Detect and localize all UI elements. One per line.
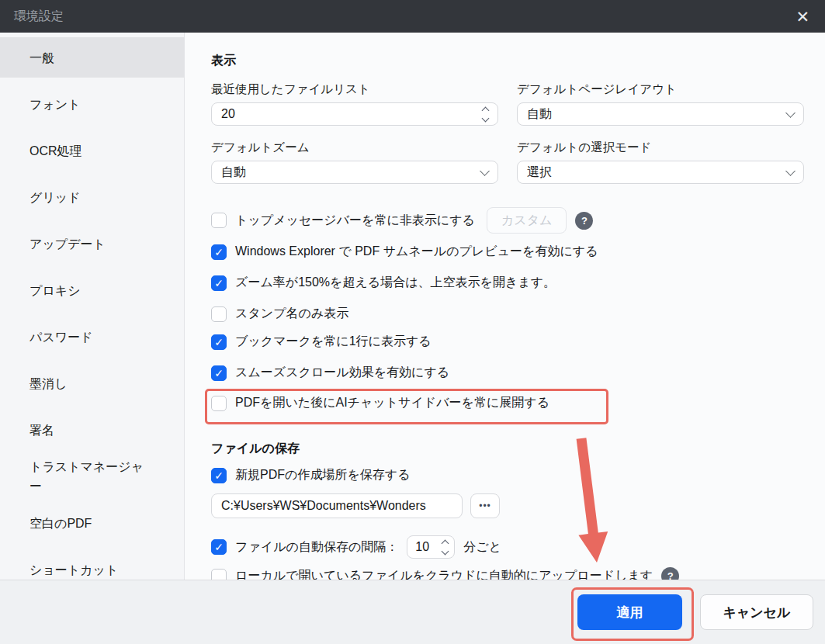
chevron-down-icon: [785, 166, 796, 176]
sidebar-item-grid[interactable]: グリッド: [0, 177, 184, 217]
cloud-upload-row: ✓ ローカルで開いているファイルをクラウドに自動的にアップロードします ?: [211, 567, 816, 580]
check-icon: ✓: [214, 337, 224, 348]
help-icon[interactable]: ?: [575, 212, 593, 230]
checkbox[interactable]: ✓: [211, 396, 227, 411]
ai-chat-sidebar-row: ✓ PDFを開いた後にAIチャットサイドバーを常に展開する: [211, 395, 549, 411]
checkbox-label: スタンプ名のみ表示: [235, 306, 348, 322]
file-save-section-heading: ファイルの保存: [211, 441, 300, 457]
recent-files-input[interactable]: 20: [211, 102, 498, 126]
sidebar-item-proxy[interactable]: プロキシ: [0, 270, 184, 310]
sidebar-item-ocr[interactable]: OCR処理: [0, 130, 184, 171]
close-icon[interactable]: ✕: [791, 7, 814, 26]
annotation-arrow: [569, 432, 615, 580]
footer: 適用 キャンセル: [0, 580, 825, 644]
selection-mode-label: デフォルトの選択モード: [517, 140, 651, 156]
checkbox[interactable]: ✓: [211, 365, 227, 381]
autosave-interval-value: 10: [415, 540, 429, 554]
page-layout-select[interactable]: 自動: [517, 102, 804, 126]
sidebar-item-label: トラストマネージャー: [29, 457, 149, 496]
sidebar-item-update[interactable]: アップデート: [0, 223, 184, 264]
sidebar-item-label: 空白のPDF: [29, 514, 92, 533]
autosave-suffix: 分ごと: [463, 539, 501, 556]
stamp-name-only-row: ✓ スタンプ名のみ表示: [211, 306, 348, 322]
checkbox[interactable]: ✓: [211, 468, 227, 483]
sidebar-item-label: プロキシ: [29, 281, 81, 300]
checkbox[interactable]: ✓: [211, 539, 227, 555]
save-path-row: C:¥Users¥WS¥Documents¥Wonders •••: [211, 493, 500, 518]
save-location-row: ✓ 新規PDFの作成場所を保存する: [211, 467, 411, 483]
sidebar-item-password[interactable]: パスワード: [0, 317, 184, 357]
chevron-down-icon[interactable]: [442, 547, 449, 555]
checkbox[interactable]: ✓: [211, 244, 227, 260]
selection-mode-value: 選択: [527, 164, 552, 181]
sidebar-item-label: フォント: [29, 95, 81, 114]
sidebar-item-label: グリッド: [29, 188, 81, 207]
smooth-scroll-row: ✓ スムーズスクロール効果を有効にする: [211, 365, 449, 381]
sidebar-item-label: 墨消し: [29, 374, 67, 393]
save-path-input[interactable]: C:¥Users¥WS¥Documents¥Wonders: [211, 493, 463, 518]
hide-top-message-bar-row: ✓ トップメッセージバーを常に非表示にする カスタム ?: [211, 206, 593, 234]
selection-mode-select[interactable]: 選択: [517, 161, 804, 184]
sidebar-item-font[interactable]: フォント: [0, 84, 184, 124]
checkbox-label: 新規PDFの作成場所を保存する: [235, 467, 411, 483]
page-layout-value: 自動: [527, 106, 552, 123]
sidebar: 一般 フォント OCR処理 グリッド アップデート プロキシ パスワード 墨消し…: [0, 33, 185, 580]
check-icon: ✓: [214, 542, 224, 552]
checkbox[interactable]: ✓: [211, 275, 227, 291]
custom-button[interactable]: カスタム: [487, 207, 567, 234]
bookmark-single-line-row: ✓ ブックマークを常に1行に表示する: [211, 334, 432, 350]
check-icon: ✓: [214, 368, 224, 379]
sidebar-item-label: OCR処理: [29, 141, 82, 161]
sidebar-item-label: ショートカット: [29, 560, 118, 580]
recent-files-label: 最近使用したファイルリスト: [211, 81, 370, 98]
checkbox-label: PDFを開いた後にAIチャットサイドバーを常に展開する: [235, 395, 549, 411]
explorer-thumbnail-row: ✓ Windows Explorer で PDF サムネールのプレビューを有効に…: [211, 244, 598, 260]
cancel-button[interactable]: キャンセル: [700, 594, 813, 630]
sidebar-item-label: 一般: [29, 48, 54, 68]
sidebar-item-shortcut[interactable]: ショートカット: [0, 549, 184, 580]
checkbox-label: ファイルの自動保存の間隔：: [235, 539, 398, 556]
default-zoom-label: デフォルトズーム: [211, 140, 310, 156]
check-icon: ✓: [214, 470, 224, 481]
sidebar-item-label: パスワード: [29, 327, 93, 347]
check-icon: ✓: [214, 278, 224, 289]
checkbox-label: Windows Explorer で PDF サムネールのプレビューを有効にする: [235, 244, 598, 260]
sidebar-item-trust-manager[interactable]: トラストマネージャー: [0, 456, 184, 497]
checkbox-label: ズーム率が150%を超える場合は、上空表示を開きます。: [235, 275, 556, 291]
save-path-value: C:¥Users¥WS¥Documents¥Wonders: [221, 499, 426, 513]
stepper-icons[interactable]: [442, 539, 448, 556]
chevron-down-icon: [785, 108, 796, 118]
default-zoom-select[interactable]: 自動: [211, 161, 498, 184]
sidebar-item-label: アップデート: [29, 234, 106, 254]
dialog-title: 環境設定: [14, 9, 64, 25]
sidebar-item-signature[interactable]: 署名: [0, 410, 184, 450]
default-zoom-value: 自動: [221, 164, 246, 181]
autosave-row: ✓ ファイルの自動保存の間隔： 10 分ごと: [211, 535, 501, 559]
checkbox[interactable]: ✓: [211, 334, 227, 350]
checkbox[interactable]: ✓: [211, 569, 227, 580]
sidebar-item-blank-pdf[interactable]: 空白のPDF: [0, 503, 184, 543]
checkbox-label: ブックマークを常に1行に表示する: [235, 334, 432, 350]
display-section-heading: 表示: [211, 53, 236, 69]
zoom-150-row: ✓ ズーム率が150%を超える場合は、上空表示を開きます。: [211, 275, 556, 291]
sidebar-item-redaction[interactable]: 墨消し: [0, 363, 184, 403]
page-layout-label: デフォルトページレイアウト: [517, 81, 677, 98]
help-icon[interactable]: ?: [661, 567, 679, 580]
checkbox[interactable]: ✓: [211, 306, 227, 322]
settings-panel: 表示 最近使用したファイルリスト デフォルトページレイアウト 20 自動 デフォ…: [185, 33, 825, 580]
chevron-up-icon[interactable]: [482, 106, 490, 114]
recent-files-value: 20: [221, 107, 235, 121]
check-icon: ✓: [214, 247, 224, 258]
chevron-down-icon: [480, 166, 490, 176]
checkbox-label: トップメッセージバーを常に非表示にする: [235, 213, 475, 229]
autosave-interval-input[interactable]: 10: [407, 535, 455, 559]
apply-button[interactable]: 適用: [577, 594, 682, 630]
browse-button[interactable]: •••: [470, 493, 500, 518]
chevron-up-icon[interactable]: [442, 539, 449, 547]
sidebar-item-label: 署名: [29, 421, 54, 440]
sidebar-item-general[interactable]: 一般: [0, 37, 184, 78]
titlebar: 環境設定 ✕: [0, 0, 825, 33]
stepper-icons[interactable]: [483, 106, 488, 123]
chevron-down-icon[interactable]: [482, 114, 490, 122]
checkbox[interactable]: ✓: [211, 213, 227, 228]
